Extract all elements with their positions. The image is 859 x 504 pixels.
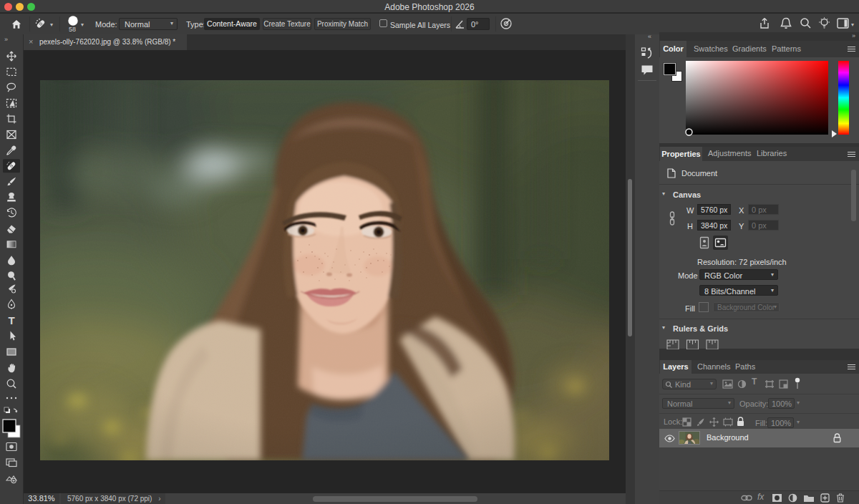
- svg-text:T: T: [8, 314, 14, 326]
- svg-text:»: »: [4, 36, 8, 43]
